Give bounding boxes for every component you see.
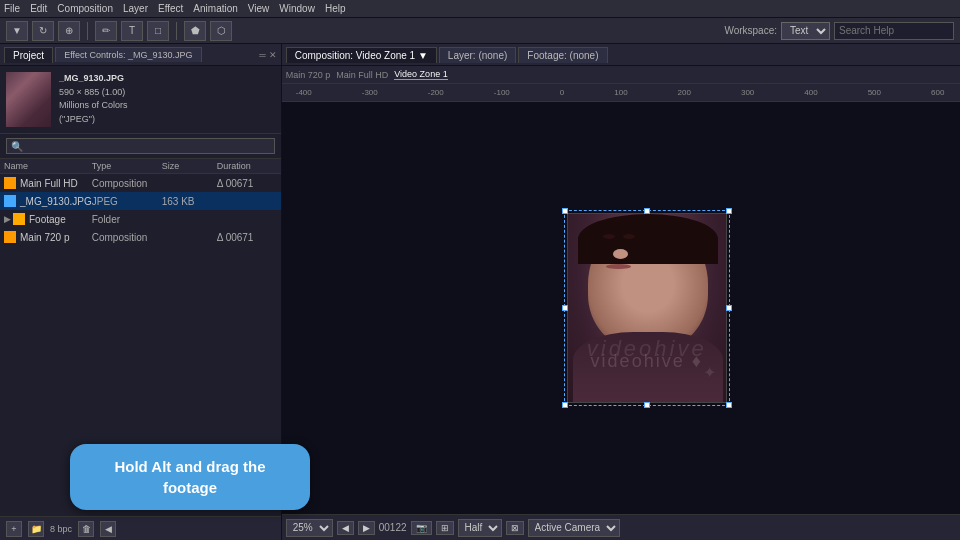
tool-camera[interactable]: ⊕ [58, 21, 80, 41]
menu-window[interactable]: Window [279, 3, 315, 14]
preview-info: _MG_9130.JPG 590 × 885 (1.00) Millions o… [59, 72, 128, 127]
project-item-3[interactable]: Main 720 p Composition Δ 00671 [0, 228, 281, 246]
tool-select[interactable]: ▼ [6, 21, 28, 41]
project-item-1[interactable]: _MG_9130.JPG JPEG 163 KB [0, 192, 281, 210]
workspace-select[interactable]: Text [781, 22, 830, 40]
col-header-name: Name [4, 161, 92, 171]
preview-thumbnail [6, 72, 51, 127]
preview-format: ("JPEG") [59, 113, 128, 127]
subtab-720[interactable]: Main 720 p [286, 70, 331, 80]
menu-composition[interactable]: Composition [57, 3, 113, 14]
item-type-0: Composition [92, 178, 162, 189]
menu-effect[interactable]: Effect [158, 3, 183, 14]
timecode-display: 00122 [379, 522, 407, 533]
tab-project[interactable]: Project [4, 47, 53, 63]
ruler-mark: -300 [362, 88, 378, 97]
item-size-1: 163 KB [162, 196, 217, 207]
comp-subtab-bar: Main 720 p Main Full HD Video Zone 1 ✕ [282, 66, 960, 84]
ruler-marks: -400 -300 -200 -100 0 100 200 300 400 50… [296, 88, 960, 97]
ruler-mark: -400 [296, 88, 312, 97]
new-folder-btn[interactable]: 📁 [28, 521, 44, 537]
item-name-0: Main Full HD [20, 178, 92, 189]
comp-viewer[interactable]: videohive ✦ [282, 102, 960, 514]
vc-btn-3[interactable]: ⊠ [506, 521, 524, 535]
ruler-mark: 600 [931, 88, 944, 97]
menu-edit[interactable]: Edit [30, 3, 47, 14]
delete-btn[interactable]: 🗑 [78, 521, 94, 537]
item-icon-2 [13, 213, 25, 225]
search-input[interactable] [834, 22, 954, 40]
item-type-2: Folder [92, 214, 162, 225]
tooltip-bubble: Hold Alt and drag the footage [70, 444, 310, 510]
ruler-mark: 100 [614, 88, 627, 97]
menu-layer[interactable]: Layer [123, 3, 148, 14]
tool-pen[interactable]: ✏ [95, 21, 117, 41]
ruler-mark: 400 [804, 88, 817, 97]
preview-filename: _MG_9130.JPG [59, 72, 128, 86]
project-search[interactable] [0, 134, 281, 159]
item-name-2: Footage [29, 214, 92, 225]
footage-image: videohive ✦ [567, 213, 727, 403]
item-icon-3 [4, 231, 16, 243]
subtab-videozone[interactable]: Video Zone 1 [394, 69, 447, 80]
toolbar: ▼ ↻ ⊕ ✏ T □ ⬟ ⬡ Workspace: Text [0, 18, 960, 44]
comp-tab-layer[interactable]: Layer: (none) [439, 47, 516, 63]
center-panel: Composition: Video Zone 1 ▼ Layer: (none… [282, 44, 960, 540]
menu-animation[interactable]: Animation [193, 3, 237, 14]
viewer-controls: 25% ◀ ▶ 00122 📷 ⊞ Half ⊠ Active Camera [282, 514, 960, 540]
project-search-input[interactable] [6, 138, 275, 154]
scroll-left-btn[interactable]: ◀ [100, 521, 116, 537]
comp-tab-footage[interactable]: Footage: (none) [518, 47, 607, 63]
vc-btn-1[interactable]: ◀ [337, 521, 354, 535]
ruler-mark: -100 [494, 88, 510, 97]
preview-dimensions: 590 × 885 (1.00) [59, 86, 128, 100]
camera-select[interactable]: Active Camera [528, 519, 620, 537]
preview-image [6, 72, 51, 127]
project-footer: + 📁 8 bpc 🗑 ◀ [0, 516, 281, 540]
project-preview: _MG_9130.JPG 590 × 885 (1.00) Millions o… [0, 66, 281, 134]
tool-shape[interactable]: □ [147, 21, 169, 41]
item-name-1: _MG_9130.JPG [20, 196, 92, 207]
project-item-2[interactable]: ▶ Footage Folder [0, 210, 281, 228]
item-type-1: JPEG [92, 196, 162, 207]
panel-minimize[interactable]: ═ [259, 50, 265, 60]
comp-tab-video-zone[interactable]: Composition: Video Zone 1 ▼ [286, 47, 437, 63]
menu-view[interactable]: View [248, 3, 270, 14]
item-type-3: Composition [92, 232, 162, 243]
tool-rotate[interactable]: ↻ [32, 21, 54, 41]
panel-close[interactable]: ✕ [269, 50, 277, 60]
tool-text[interactable]: T [121, 21, 143, 41]
item-duration-0: Δ 00671 [217, 178, 277, 189]
workspace-label: Workspace: [724, 25, 777, 36]
tab-effect-controls[interactable]: Effect Controls: _MG_9130.JPG [55, 47, 201, 62]
new-comp-btn[interactable]: + [6, 521, 22, 537]
project-tab-bar: Project Effect Controls: _MG_9130.JPG ═ … [0, 44, 281, 66]
folder-arrow-2: ▶ [4, 214, 11, 224]
preview-colors: Millions of Colors [59, 99, 128, 113]
ruler-mark: 200 [678, 88, 691, 97]
menu-help[interactable]: Help [325, 3, 346, 14]
menu-bar: File Edit Composition Layer Effect Anima… [0, 0, 960, 18]
zoom-select[interactable]: 25% [286, 519, 333, 537]
ruler-mark: 300 [741, 88, 754, 97]
vc-camera-icon[interactable]: 📷 [411, 521, 432, 535]
project-list-header: Name Type Size Duration [0, 159, 281, 174]
ruler-mark: 0 [560, 88, 564, 97]
tool-mask[interactable]: ⬟ [184, 21, 206, 41]
bpc-label: 8 bpc [50, 524, 72, 534]
col-header-duration: Duration [217, 161, 277, 171]
menu-file[interactable]: File [4, 3, 20, 14]
item-icon-1 [4, 195, 16, 207]
vc-btn-2[interactable]: ▶ [358, 521, 375, 535]
quality-select[interactable]: Half [458, 519, 502, 537]
item-icon-0 [4, 177, 16, 189]
comp-ruler: -400 -300 -200 -100 0 100 200 300 400 50… [282, 84, 960, 102]
comp-tab-bar: Composition: Video Zone 1 ▼ Layer: (none… [282, 44, 960, 66]
col-header-size: Size [162, 161, 217, 171]
col-header-type: Type [92, 161, 162, 171]
tool-paint[interactable]: ⬡ [210, 21, 232, 41]
vc-grid-btn[interactable]: ⊞ [436, 521, 454, 535]
project-item-0[interactable]: Main Full HD Composition Δ 00671 [0, 174, 281, 192]
subtab-fullhd[interactable]: Main Full HD [336, 70, 388, 80]
ruler-mark: -200 [428, 88, 444, 97]
